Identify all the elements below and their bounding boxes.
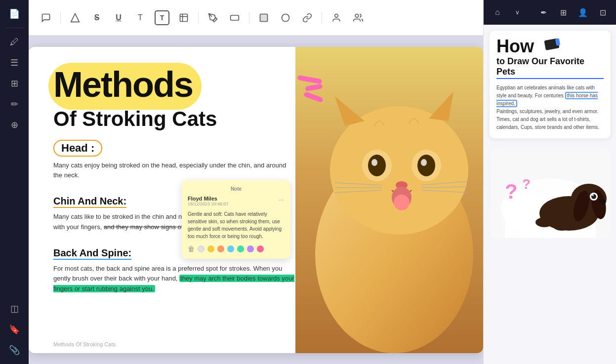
svg-point-11 (330, 106, 468, 235)
home-rp-icon[interactable]: ⌂ (491, 5, 504, 19)
section-head-text: Head : (61, 142, 94, 155)
person-toolbar-icon[interactable] (329, 10, 344, 25)
svg-marker-0 (71, 13, 80, 22)
pen-toolbar-icon[interactable] (205, 10, 220, 25)
document-page: Methods Of Stroking Cats Head : Many cat… (29, 47, 483, 353)
title-block: Methods (53, 67, 295, 102)
spine-section-title: Back And Spine: (53, 247, 131, 260)
rp-pen-decoration-icon (541, 39, 563, 55)
sidebar-icon-attachment[interactable]: 📎 (5, 341, 23, 359)
note-popup: Note Floyd Miles 18/12/2023 20:46:07 ···… (182, 180, 290, 259)
rp-subtitle: to Draw Our Favorite Pets (496, 56, 604, 79)
head-body-text-content: Many cats enjoy being stroked on the hea… (53, 162, 286, 179)
right-panel: ⌂ ∨ ✒ ⊞ 👤 ⊡ How to Draw Our Favorite Pet… (483, 0, 616, 364)
color-dot-white[interactable] (198, 245, 205, 252)
color-dot-purple[interactable] (247, 245, 254, 252)
color-dot-orange[interactable] (217, 245, 224, 252)
svg-point-8 (355, 14, 359, 17)
toolbar-divider-2 (198, 12, 199, 24)
right-panel-header: ⌂ ∨ ✒ ⊞ 👤 ⊡ (484, 0, 616, 25)
comment-toolbar-icon[interactable] (39, 10, 53, 25)
svg-point-19 (421, 159, 427, 166)
sidebar-icon-document[interactable]: 📄 (5, 5, 23, 23)
svg-rect-1 (180, 14, 188, 21)
link-toolbar-icon[interactable] (300, 10, 315, 25)
toolbar: S U T T (29, 0, 483, 36)
note-header-label: Note (188, 186, 285, 192)
shape-toolbar-icon[interactable] (68, 10, 82, 25)
rp-doc-preview: How to Draw Our Favorite Pets Egyptian a… (490, 31, 611, 138)
sidebar-icon-list[interactable]: ☰ (5, 54, 23, 72)
svg-point-6 (282, 14, 289, 21)
table-toolbar-icon[interactable] (176, 10, 191, 25)
share-rp-icon[interactable]: ⊡ (596, 5, 610, 19)
subtitle: Of Stroking Cats (53, 107, 295, 131)
note-author: Floyd Miles (188, 196, 229, 202)
color-dot-pink[interactable] (257, 245, 264, 252)
rp-title-big: How (496, 38, 534, 55)
sidebar-icon-table[interactable]: ⊞ (5, 75, 23, 92)
sidebar-icon-bookmark[interactable]: 🔖 (5, 321, 23, 338)
grid-rp-icon[interactable]: ⊞ (556, 5, 570, 19)
left-sidebar: 📄 🖊 ☰ ⊞ ✏ ⊕ ◫ 🔖 📎 (0, 0, 29, 364)
main-title: Methods (53, 67, 295, 102)
canvas-area: Methods Of Stroking Cats Head : Many cat… (29, 36, 483, 364)
toolbar-divider-1 (60, 12, 61, 24)
toolbar-divider-3 (249, 12, 249, 24)
color-dot-yellow[interactable] (207, 245, 214, 252)
head-body-text: Many cats enjoy being stroked on the hea… (53, 161, 295, 181)
color-dot-blue[interactable] (227, 245, 234, 252)
note-date: 18/12/2023 20:46:07 (188, 202, 229, 206)
svg-point-22 (394, 195, 410, 210)
sidebar-icon-copy[interactable]: ⊕ (5, 116, 23, 134)
share-toolbar-icon[interactable] (351, 10, 366, 25)
rp-body-2: Paintings, sculptures, jewelry, and even… (496, 109, 599, 130)
svg-point-43 (600, 200, 606, 203)
toolbar-divider-4 (322, 12, 322, 24)
circle-tool-toolbar-icon[interactable] (278, 10, 293, 25)
svg-rect-5 (260, 14, 268, 21)
cat-image-area (295, 47, 483, 353)
svg-text:?: ? (505, 180, 518, 203)
dog-illustration: ? ? (490, 149, 611, 238)
section-head-head: Head : (53, 140, 102, 157)
svg-text:?: ? (522, 176, 531, 192)
main-area: S U T T (29, 0, 483, 364)
svg-point-18 (371, 159, 377, 166)
sidebar-icon-edit[interactable]: ✏ (5, 95, 23, 113)
svg-point-44 (535, 217, 553, 227)
spine-body-text: For most cats, the back and spine area i… (53, 264, 295, 294)
textbox-toolbar-icon[interactable]: T (155, 10, 169, 25)
svg-point-17 (417, 155, 435, 176)
person-rp-icon[interactable]: 👤 (576, 5, 590, 19)
color-fill-toolbar-icon[interactable] (256, 10, 271, 25)
sidebar-icon-highlight[interactable]: 🖊 (5, 33, 23, 51)
text-t-toolbar-icon[interactable]: T (133, 10, 148, 25)
note-menu-icon[interactable]: ··· (279, 196, 285, 203)
color-dot-green[interactable] (237, 245, 244, 252)
eraser-toolbar-icon[interactable] (227, 10, 242, 25)
pink-mark-2 (305, 83, 323, 91)
svg-point-45 (553, 221, 571, 231)
svg-point-42 (592, 194, 594, 196)
svg-point-16 (368, 155, 386, 176)
strikethrough-toolbar-icon[interactable]: S (89, 10, 104, 25)
svg-point-7 (335, 14, 338, 17)
rp-dog-image-box: ? ? (490, 149, 611, 238)
doc-footer-text: Methods Of Stroking Cats (53, 341, 116, 347)
sidebar-icon-layers[interactable]: ◫ (5, 300, 23, 318)
rp-body-text: Egyptian art celebrates animals like cat… (496, 84, 604, 131)
note-delete-button[interactable]: 🗑 (188, 245, 195, 253)
chin-section-title: Chin And Neck: (53, 196, 126, 208)
underline-toolbar-icon[interactable]: U (111, 10, 126, 25)
chevron-down-rp-icon[interactable]: ∨ (510, 5, 524, 19)
pen-rp-icon[interactable]: ✒ (536, 5, 550, 19)
note-body: Gentle and soft: Cats have relatively se… (188, 210, 285, 240)
svg-rect-4 (231, 15, 239, 20)
note-footer: 🗑 (188, 245, 285, 253)
